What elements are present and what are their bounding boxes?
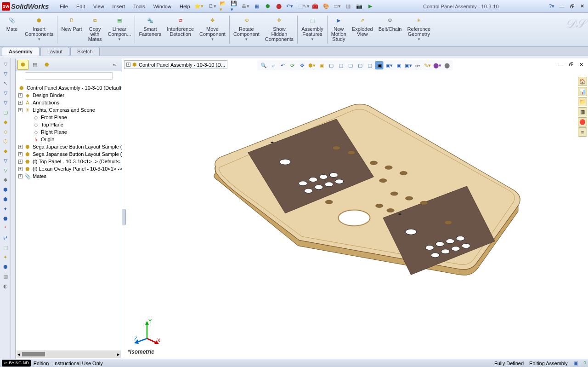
expand-icon[interactable]: + xyxy=(18,152,23,156)
custom-props-tab-icon[interactable]: ≡ xyxy=(578,127,587,137)
status-rebuild-icon[interactable]: ▣ xyxy=(573,360,578,366)
tab-sketch[interactable]: Sketch xyxy=(70,47,100,56)
property-manager-tab-icon[interactable]: ▤ xyxy=(29,60,40,70)
undo-icon[interactable]: ↶▾ xyxy=(286,2,294,11)
tab-assembly[interactable]: Assembly xyxy=(2,47,40,56)
file-explorer-tab-icon[interactable]: 📁 xyxy=(578,97,587,106)
resources-tab-icon[interactable]: 🏠 xyxy=(578,77,587,86)
toolbar-b-icon[interactable]: ⬢ xyxy=(1,195,10,203)
menu-window[interactable]: Window xyxy=(150,2,175,11)
toolbar-k-icon[interactable]: ◐ xyxy=(1,282,10,290)
menu-tools[interactable]: Tools xyxy=(130,2,149,11)
belt-chain-button[interactable]: ⚙Belt/Chain xyxy=(376,14,405,46)
menu-insert[interactable]: Insert xyxy=(109,2,129,11)
filter-face-icon[interactable]: ▽ xyxy=(1,89,10,97)
reference-geometry-button[interactable]: ✳Reference Geometry▼ xyxy=(404,14,433,46)
filter-plane-icon[interactable]: ◇ xyxy=(1,127,10,136)
insert-components-button[interactable]: ⬢Insert Components▼ xyxy=(22,14,56,46)
tree-item[interactable]: ◇Top Plane xyxy=(16,121,122,128)
new-doc-icon[interactable]: 🗋▾ xyxy=(209,2,217,11)
window-tile-icon[interactable]: ▭▾ xyxy=(333,2,341,11)
new-motion-study-button[interactable]: ▶New Motion Study xyxy=(328,14,349,46)
toolbar-i-icon[interactable]: ⬢ xyxy=(1,263,10,271)
toolbar-g-icon[interactable]: ⬚ xyxy=(1,243,10,252)
expand-panel-icon[interactable]: » xyxy=(109,60,120,70)
tree-item[interactable]: +☀Lights, Cameras and Scene xyxy=(16,106,122,114)
filter-dims-icon[interactable]: ◆ xyxy=(1,147,10,155)
design-library-tab-icon[interactable]: 📊 xyxy=(578,87,587,96)
menu-view[interactable]: View xyxy=(90,2,108,11)
appearances-tab-icon[interactable]: 🔴 xyxy=(578,117,587,126)
toolbar-f-icon[interactable]: ⇄ xyxy=(1,234,10,242)
filter-vertex-icon[interactable]: ▽ xyxy=(1,69,10,78)
config-manager-tab-icon[interactable]: ⬣ xyxy=(41,60,52,70)
filter-edge-icon[interactable]: ↖ xyxy=(1,79,10,87)
select-cursor-icon[interactable]: ⬚↖▾ xyxy=(300,2,308,11)
window-arrange-icon[interactable]: ▥ xyxy=(344,2,352,11)
close-icon[interactable]: ✕ xyxy=(578,2,586,11)
toolbar-j-icon[interactable]: ▧ xyxy=(1,272,10,281)
search-icon[interactable]: ⭐▾ xyxy=(195,2,203,11)
filter-surface-icon[interactable]: ▽ xyxy=(1,98,10,107)
filter-solid-icon[interactable]: ▢ xyxy=(1,108,10,116)
tree-item[interactable]: +⬢Sega Japanese Button Layout Sample (Pl… xyxy=(16,143,122,150)
print-icon[interactable]: 🖶▾ xyxy=(242,2,250,11)
copy-with-mates-button[interactable]: ⧉Copy with Mates xyxy=(85,14,105,46)
expand-icon[interactable]: + xyxy=(18,108,23,112)
menu-edit[interactable]: Edit xyxy=(73,2,89,11)
open-icon[interactable]: 📂▾ xyxy=(220,2,228,11)
tree-item[interactable]: +◆Design Binder xyxy=(16,92,122,99)
tree-root[interactable]: ⬢ Control Panel Assembly - 10-3-10 (Defa… xyxy=(16,84,122,92)
toolbar-h-icon[interactable]: ✦ xyxy=(1,253,10,261)
expand-icon[interactable]: + xyxy=(18,101,23,105)
tree-scrollbar[interactable]: ◂ ▸ xyxy=(17,350,121,358)
filter-body-icon[interactable]: ▽ xyxy=(1,166,10,174)
record-icon[interactable]: ⬤ xyxy=(275,2,283,11)
expand-icon[interactable]: + xyxy=(18,145,23,149)
tree-item[interactable]: +📎Mates xyxy=(16,172,122,180)
toolbar-a-icon[interactable]: ⬢ xyxy=(1,185,10,194)
save-icon[interactable]: 💾▾ xyxy=(231,2,239,11)
toolbar-c-icon[interactable]: ✦ xyxy=(1,205,10,213)
tree-item[interactable]: +⬣(f) Top Panel - 10-3-10<1> -> (Default… xyxy=(16,158,122,165)
feature-manager-tab-icon[interactable]: ⬢ xyxy=(17,60,28,70)
rebuild-icon[interactable]: ▦ xyxy=(253,2,261,11)
tab-layout[interactable]: Layout xyxy=(40,47,69,56)
restore-icon[interactable]: 🗗 xyxy=(568,2,576,11)
rotate-component-button[interactable]: ⟲Rotate Component▼ xyxy=(231,14,262,46)
menu-help[interactable]: Help xyxy=(176,2,194,11)
tree-item[interactable]: +⬣(f) Lexan Overlay Panel - 10-3-10<1> -… xyxy=(16,165,122,172)
toolbox-icon[interactable]: 🧰 xyxy=(311,2,319,11)
tree-item[interactable]: ↳Origin xyxy=(16,136,122,143)
minimize-icon[interactable]: — xyxy=(558,2,566,11)
interference-detection-button[interactable]: ⧉Interference Detection xyxy=(164,14,197,46)
filter-ref-icon[interactable]: ▽ xyxy=(1,156,10,165)
exploded-view-button[interactable]: ⇗Exploded View xyxy=(349,14,376,46)
tree-filter-input[interactable] xyxy=(25,72,113,80)
expand-icon[interactable]: + xyxy=(18,160,23,164)
help-icon[interactable]: ?▾ xyxy=(548,2,556,11)
expand-icon[interactable]: + xyxy=(18,93,23,97)
filter-other-icon[interactable]: ✱ xyxy=(1,176,10,184)
view-palette-tab-icon[interactable]: ▥ xyxy=(578,107,587,116)
toolbar-d-icon[interactable]: ⬣ xyxy=(1,214,10,223)
expand-icon[interactable]: + xyxy=(18,167,23,171)
tree-item[interactable]: +⬢Sega Japanese Button Layout Sample (Pl… xyxy=(16,150,122,158)
tree-item[interactable]: ◇Front Plane xyxy=(16,114,122,121)
options-icon[interactable]: ⬢ xyxy=(264,2,272,11)
menu-file[interactable]: File xyxy=(56,2,72,11)
toolbar-e-icon[interactable]: * xyxy=(1,224,10,232)
filter-axis-icon[interactable]: ◆ xyxy=(1,118,10,126)
play-icon[interactable]: ▶ xyxy=(366,2,374,11)
linear-component-button[interactable]: ▤Linear Compon...▼ xyxy=(105,14,134,46)
screenshot-icon[interactable]: 📷 xyxy=(355,2,363,11)
status-help-icon[interactable]: ? xyxy=(583,361,586,366)
mate-button[interactable]: 📎Mate xyxy=(2,14,22,46)
graphics-viewport[interactable]: + ⬢ Control Panel Assembly - 10-3-10 (D.… xyxy=(122,58,588,359)
smart-fasteners-button[interactable]: 🔩Smart Fasteners xyxy=(136,14,164,46)
tree-item[interactable]: +AAnnotations xyxy=(16,99,122,106)
expand-icon[interactable]: + xyxy=(18,174,23,178)
show-hidden-components-button[interactable]: 👁Show Hidden Components xyxy=(262,14,296,46)
new-part-button[interactable]: 🗋New Part xyxy=(58,14,85,46)
filter-icon[interactable]: ▽ xyxy=(1,60,10,68)
